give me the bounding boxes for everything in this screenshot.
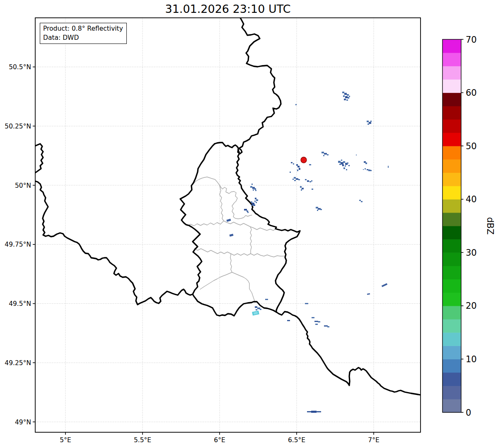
admin-border-path [200, 272, 255, 301]
radar-echo [349, 96, 350, 97]
radar-echo [323, 155, 324, 156]
radar-echo [295, 104, 297, 105]
radar-echo [309, 164, 311, 165]
radar-figure: 31.01.2026 23:10 UTC Product: 0.8° Refle… [0, 0, 498, 448]
radar-echo [324, 325, 328, 327]
y-tick-label: 49.5°N [9, 300, 31, 308]
radar-echo [324, 153, 327, 155]
colorbar-segment [442, 79, 461, 93]
country-border-path [193, 294, 276, 316]
radar-echo [314, 321, 318, 322]
country-border-path [238, 18, 281, 154]
radar-echo [301, 189, 302, 191]
colorbar-segment [442, 186, 461, 200]
admin-border-path [250, 227, 251, 254]
data-source-line: Data: DWD [43, 33, 123, 42]
radar-echo [343, 95, 345, 97]
country-border-path [276, 312, 421, 395]
admin-border-path [220, 185, 224, 221]
radar-echo [255, 190, 256, 191]
colorbar-tick-label: 30 [466, 248, 477, 258]
colorbar-segment [442, 399, 461, 413]
radar-echo [368, 170, 370, 171]
radar-echo [244, 209, 247, 211]
colorbar-tick-label: 0 [466, 408, 471, 418]
radar-echo [294, 180, 296, 181]
x-tick-label: 6.5°E [288, 436, 305, 444]
radar-echo [343, 167, 345, 169]
y-tick-label: 50°N [15, 182, 31, 189]
colorbar-segment [442, 66, 461, 80]
y-tick-label: 49°N [15, 419, 31, 426]
radar-echo [293, 179, 294, 180]
radar-echo [300, 186, 302, 188]
radar-echo [365, 162, 367, 164]
radar-echo [327, 154, 329, 155]
colorbar-segment [442, 159, 461, 173]
x-tick-label: 5.5°E [134, 436, 151, 444]
radar-echo [367, 124, 369, 125]
colorbar-segment [442, 266, 461, 279]
radar-echo [251, 184, 253, 185]
radar-echo [302, 188, 304, 189]
radar-echo [296, 178, 298, 180]
colorbar-segment [442, 332, 461, 346]
radar-echo [307, 180, 309, 182]
radar-echo [296, 164, 298, 166]
radar-map-canvas: 5°E5.5°E6°E6.5°E7°E50.5°N50.25°N50°N49.7… [0, 0, 498, 448]
colorbar-axis-label: dBZ [485, 217, 495, 235]
radar-echo [290, 172, 291, 173]
radar-echo [247, 211, 248, 212]
radar-echo [367, 169, 368, 170]
radar-echo [315, 324, 318, 325]
colorbar-segment [442, 226, 461, 240]
country-borders [35, 18, 421, 395]
radar-echo [318, 208, 321, 210]
radar-echo [348, 165, 350, 166]
country-border-path [180, 144, 215, 294]
radar-echo [346, 99, 348, 101]
product-info-line: Product: 0.8° Reflectivity [43, 24, 123, 33]
radar-echo [348, 97, 349, 99]
colorbar-segment [442, 199, 461, 213]
radar-echo [294, 177, 296, 179]
country-border-path [236, 150, 300, 312]
radar-echo [347, 162, 348, 164]
colorbar-segment [442, 39, 461, 53]
radar-echo [297, 166, 300, 167]
colorbar-tick-label: 50 [466, 141, 477, 151]
radar-echo [346, 169, 347, 170]
radar-echo [343, 161, 345, 163]
radar-echo [361, 201, 363, 202]
colorbar-segment [442, 359, 461, 373]
colorbar-segment [442, 146, 461, 160]
radar-echo [312, 189, 313, 190]
radar-echo [256, 202, 257, 203]
colorbar-segment [442, 252, 461, 266]
radar-echo [230, 234, 234, 237]
radar-echo [260, 309, 261, 310]
radar-echo [320, 209, 322, 210]
radar-echo [255, 306, 257, 308]
radar-echo [312, 317, 314, 318]
radar-echo [359, 200, 361, 201]
colorbar-tick-label: 40 [466, 194, 477, 204]
radar-site-marker [301, 157, 307, 163]
radar-echo [341, 160, 342, 161]
radar-echo [345, 96, 348, 98]
radar-echo [347, 94, 349, 96]
radar-echo [256, 309, 257, 310]
radar-echo [257, 308, 260, 309]
colorbar-segment [442, 319, 461, 333]
radar-echo [265, 299, 268, 300]
radar-echo [388, 166, 389, 168]
colorbar-tick-label: 60 [466, 88, 477, 98]
map-frame [35, 18, 421, 432]
radar-echo [367, 293, 370, 295]
colorbar-tick-label: 70 [466, 35, 477, 45]
radar-echo [322, 152, 324, 153]
map-layers [35, 18, 421, 413]
radar-echo [318, 321, 320, 322]
radar-echo [339, 164, 341, 165]
radar-echo [255, 198, 256, 199]
